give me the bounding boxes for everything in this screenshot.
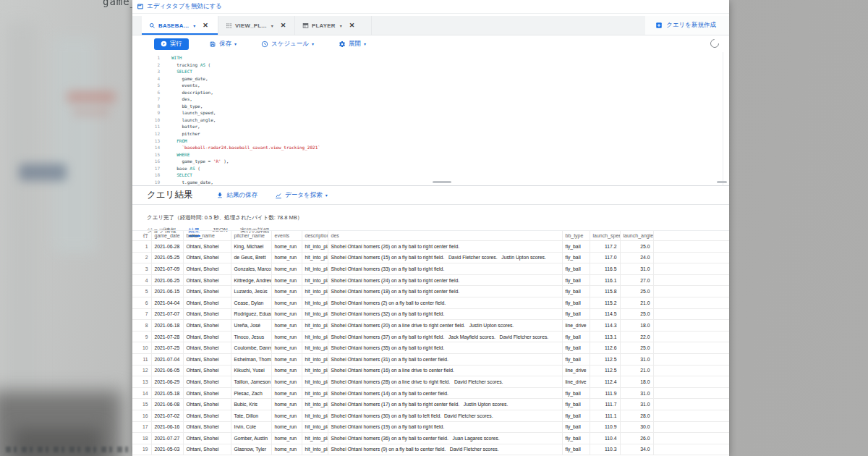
code-line[interactable]: 3 SELECT (132, 68, 729, 75)
save-results-button[interactable]: 結果の保存 (216, 191, 258, 200)
editor-tab[interactable]: VIEW_PL... ▾ ✕ (218, 16, 295, 35)
close-icon[interactable]: ✕ (349, 22, 355, 29)
code-line[interactable]: 11 batter, (132, 123, 729, 130)
column-header-events[interactable]: events (271, 231, 302, 241)
cell: Ohtani, Shohei (183, 342, 231, 354)
bigquery-panel: エディタタブを無効にする BASEBA... ▾ ✕ VIEW_PL... ▾ … (132, 0, 729, 456)
code-line[interactable]: 1WITH (132, 54, 729, 62)
code-line[interactable]: 14 `baseball-radar24.baseball_savant.vie… (132, 144, 729, 151)
table-row[interactable]: 72021-07-07Ohtani, ShoheiRodriguez, Edua… (132, 308, 729, 320)
cell: 17 (132, 421, 151, 433)
code-text: game_type = 'R' ), (171, 158, 229, 165)
close-icon[interactable]: ✕ (281, 22, 286, 29)
code-line[interactable]: 13 FROM (132, 138, 729, 145)
cell: Luzardo, Jesús (231, 286, 271, 297)
run-button[interactable]: 実行 (154, 38, 189, 50)
table-row[interactable]: 32021-07-09Ohtani, ShoheiGonzales, Marco… (132, 263, 729, 275)
code-line[interactable]: 10 launch_angle, (132, 117, 729, 124)
column-header-bb_type[interactable]: bb_type (562, 231, 590, 241)
cell: 2021-06-08 (151, 399, 183, 410)
table-row[interactable]: 152021-06-08Ohtani, ShoheiBubic, Krishom… (132, 399, 729, 410)
expand-button[interactable]: 展開 ▾ (334, 38, 370, 50)
editor-scrollbar-track[interactable] (723, 52, 723, 185)
cell: home_run (271, 274, 302, 286)
column-header-launch_speed[interactable]: launch_speed (590, 231, 620, 241)
code-line[interactable]: 19 t.game_date, (132, 179, 729, 186)
code-line[interactable]: 6 description, (132, 89, 729, 96)
cell: 31.0 (620, 353, 653, 365)
line-number: 7 (132, 96, 160, 103)
line-number: 11 (132, 123, 160, 130)
code-line[interactable]: 8 bb_type, (132, 103, 729, 110)
table-row[interactable]: 142021-05-18Ohtani, ShoheiPlesac, Zachho… (132, 387, 729, 399)
new-query-button[interactable]: クエリを新規作成 (645, 16, 729, 35)
table-row[interactable]: 62021-04-04Ohtani, ShoheiCease, Dylanhom… (132, 297, 729, 308)
table-row[interactable]: 82021-06-18Ohtani, ShoheiUreña, Joséhome… (132, 320, 729, 332)
column-header-des[interactable]: des (328, 231, 562, 241)
cell: 7 (132, 308, 151, 320)
cell: 2021-05-03 (151, 444, 183, 455)
table-row[interactable]: 172021-06-16Ohtani, ShoheiIrvin, Colehom… (132, 421, 729, 433)
column-header-game_date[interactable]: game_date (151, 231, 183, 241)
close-icon[interactable]: ✕ (203, 22, 208, 29)
table-row[interactable]: 92021-07-28Ohtani, ShoheiTinoco, Jesusho… (132, 331, 729, 342)
schedule-button[interactable]: スケジュール ▾ (257, 38, 318, 50)
cell: 12 (132, 365, 151, 376)
table-row[interactable]: 132021-06-29Ohtani, ShoheiTaillon, James… (132, 376, 729, 388)
code-line[interactable]: 12 pitcher (132, 130, 729, 138)
cell: home_run (271, 433, 302, 444)
cell: Ohtani, Shohei (183, 421, 231, 433)
column-header-pitcher_name[interactable]: pitcher_name (231, 231, 271, 241)
chevron-down-icon[interactable]: ▾ (340, 23, 342, 28)
column-header-description[interactable]: description (302, 231, 328, 241)
explore-data-button[interactable]: データを探索 ▾ (275, 191, 328, 200)
save-icon (209, 41, 216, 48)
code-line[interactable]: 15 WHERE (132, 151, 729, 159)
table-row[interactable]: 162021-07-02Ohtani, ShoheiTate, Dillonho… (132, 410, 729, 421)
table-row[interactable]: 182021-07-27Ohtani, ShoheiGomber, Austin… (132, 433, 729, 444)
backdrop-blob (6, 22, 38, 427)
scrollbar-thumb[interactable] (717, 181, 727, 183)
cell: Shohei Ohtani homers (33) on a fly ball … (328, 263, 562, 275)
cell: fly_ball (562, 331, 590, 342)
table-row[interactable]: 22021-05-25Ohtani, Shoheide Geus, Bretth… (132, 252, 729, 263)
cell: home_run (271, 387, 302, 399)
save-button[interactable]: 保存 ▾ (205, 38, 241, 50)
cell: 111.1 (590, 410, 620, 421)
chevron-down-icon[interactable]: ▾ (271, 23, 273, 28)
column-header-batter_name[interactable]: batter_name (183, 231, 231, 241)
new-query-label: クエリを新規作成 (666, 21, 716, 30)
horizontal-scrollbar-thumb[interactable] (433, 181, 451, 183)
code-line[interactable]: 5 events, (132, 82, 729, 89)
table-row[interactable]: 42021-06-25Ohtani, ShoheiKittredge, Andr… (132, 274, 729, 286)
code-line[interactable]: 4 game_date, (132, 75, 729, 83)
disable-editor-tabs-link[interactable]: エディタタブを無効にする (147, 2, 222, 11)
table-row[interactable]: 12021-06-28Ohtani, ShoheiKing, Michaelho… (132, 241, 729, 253)
editor-tab[interactable]: PLAYER ▾ ✕ (295, 16, 372, 35)
table-row[interactable]: 122021-06-05Ohtani, ShoheiKikuchi, Yusei… (132, 365, 729, 376)
code-line[interactable]: 18 SELECT (132, 172, 729, 179)
code-line[interactable]: 2 tracking AS ( (132, 62, 729, 69)
table-row[interactable]: 192021-05-03Ohtani, ShoheiGlasnow, Tyler… (132, 444, 729, 455)
cell: 34.0 (620, 444, 653, 455)
code-line[interactable]: 16 game_type = 'R' ), (132, 158, 729, 165)
editor-tab[interactable]: BASEBA... ▾ ✕ (142, 16, 218, 35)
expand-button-label: 展開 (349, 40, 361, 48)
sql-editor[interactable]: 1WITH2 tracking AS (3 SELECT4 game_date,… (132, 52, 729, 186)
code-line[interactable]: 17 base AS ( (132, 165, 729, 172)
cell: home_run (271, 444, 302, 455)
table-row[interactable]: 102021-07-25Ohtani, ShoheiCoulombe, Dann… (132, 342, 729, 354)
code-line[interactable]: 20 b.player_name AS batter_name, (132, 185, 729, 186)
table-row[interactable]: 52021-06-15Ohtani, ShoheiLuzardo, Jesúsh… (132, 286, 729, 297)
cell: 116.1 (590, 274, 620, 286)
code-line[interactable]: 9 launch_speed, (132, 109, 729, 117)
chevron-down-icon[interactable]: ▾ (193, 23, 195, 28)
column-header-launch_angle[interactable]: launch_angle (620, 231, 653, 241)
code-line[interactable]: 7 des, (132, 96, 729, 103)
cell: Tate, Dillon (231, 410, 271, 421)
column-header-行[interactable]: 行 (132, 231, 151, 241)
code-text: des, (171, 96, 192, 103)
table-row[interactable]: 112021-07-04Ohtani, ShoheiEshelman, Thom… (132, 353, 729, 365)
cell: Plesac, Zach (231, 387, 271, 399)
cell: fly_ball (562, 297, 590, 308)
